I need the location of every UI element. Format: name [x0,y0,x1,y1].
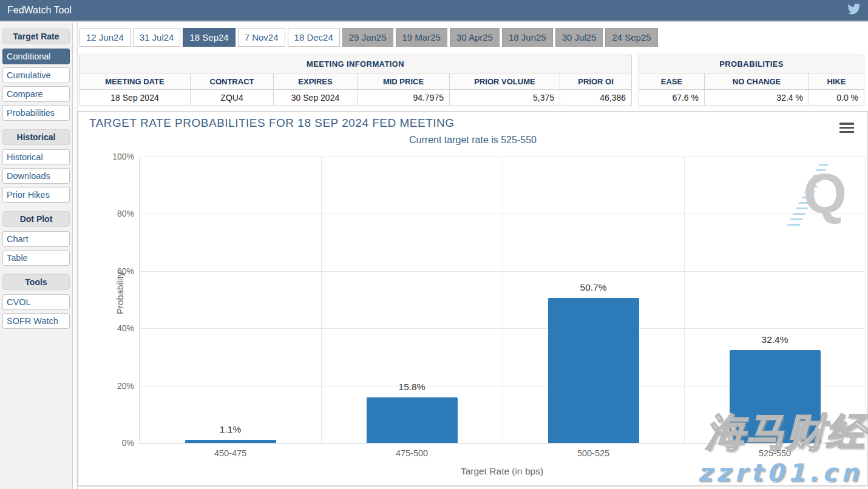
tab-31-jul24[interactable]: 31 Jul24 [133,28,181,47]
meeting-date-tabs: 12 Jun24 31 Jul24 18 Sep24 7 Nov24 18 De… [80,28,658,47]
ytick-20: 20% [117,381,134,391]
col-contract: CONTRACT [191,73,274,90]
tab-30-jul25[interactable]: 30 Jul25 [555,28,603,47]
chart-title: TARGET RATE PROBABILITIES FOR 18 SEP 202… [89,116,455,130]
col-meeting-date: MEETING DATE [80,73,191,90]
ytick-80: 80% [117,209,134,218]
tab-18-jun25[interactable]: 18 Jun25 [502,28,553,47]
q-logo-letter: Q [803,167,847,220]
sidebar-item-downloads[interactable]: Downloads [2,168,70,184]
sidebar: Target Rate Conditional Cumulative Compa… [0,23,73,489]
sidebar-section-tools: Tools [2,274,70,290]
col-mid-price: MID PRICE [358,73,450,90]
hamburger-menu-icon[interactable] [839,123,854,133]
sidebar-item-conditional[interactable]: Conditional [2,49,70,64]
ytick-40: 40% [117,323,134,333]
xtick-475-500: 475-500 [396,448,428,458]
col-no-change: NO CHANGE [705,73,809,90]
x-axis-title: Target Rate (in bps) [139,466,865,477]
no-change-value: 32.4 % [705,90,809,106]
col-expires: EXPIRES [274,73,358,90]
sidebar-section-target-rate: Target Rate [2,29,70,44]
xtick-450-475: 450-475 [214,448,246,458]
bar-475-500[interactable] [367,397,458,443]
tab-12-jun24[interactable]: 12 Jun24 [80,28,131,47]
sidebar-item-prior-hikes[interactable]: Prior Hikes [2,187,70,203]
tab-18-dec24[interactable]: 18 Dec24 [288,28,340,47]
ease-value: 67.6 % [639,90,705,106]
bar-label-525-550: 32.4% [745,334,805,345]
sidebar-item-probabilities[interactable]: Probabilities [2,105,70,121]
contract-value: ZQU4 [191,90,274,106]
sidebar-item-cumulative[interactable]: Cumulative [2,67,70,83]
sidebar-item-chart[interactable]: Chart [2,231,70,247]
quikstrike-q-logo: Q [786,164,847,228]
bar-450-475[interactable] [185,440,276,443]
col-hike: HIKE [809,73,864,90]
bar-slot-450-475: 1.1% 450-475 [140,157,321,443]
sidebar-item-historical[interactable]: Historical [2,149,70,165]
y-axis-title: Probability [115,272,125,314]
tab-19-mar25[interactable]: 19 Mar25 [396,28,447,47]
tab-24-sep25[interactable]: 24 Sep25 [605,28,657,47]
bar-500-525[interactable] [548,298,639,443]
target-rate-chart-panel: TARGET RATE PROBABILITIES FOR 18 SEP 202… [78,111,868,486]
sidebar-item-cvol[interactable]: CVOL [2,294,70,310]
ytick-0: 0% [122,438,134,448]
meeting-date-value: 18 Sep 2024 [80,90,191,106]
mid-price-value: 94.7975 [358,90,450,106]
bar-slot-475-500: 15.8% 475-500 [321,157,503,443]
tab-29-jan25[interactable]: 29 Jan25 [342,28,393,47]
col-prior-oi: PRIOR OI [560,73,632,90]
sidebar-item-table[interactable]: Table [2,250,70,266]
xtick-525-550: 525-550 [759,448,791,458]
ytick-100: 100% [112,152,134,161]
sidebar-item-compare[interactable]: Compare [2,86,70,102]
probabilities-table: PROBABILITIES EASE NO CHANGE HIKE 67.6 %… [639,55,864,106]
sidebar-gutter [73,23,78,489]
expires-value: 30 Sep 2024 [274,90,358,106]
plot-area: 100% 80% 60% 40% 20% 0% Probability 1.1%… [139,157,865,443]
app-title: FedWatch Tool [7,5,72,16]
sidebar-section-historical: Historical [2,129,70,145]
col-ease: EASE [639,73,705,90]
hike-value: 0.0 % [809,90,864,106]
col-prior-volume: PRIOR VOLUME [450,73,560,90]
bar-label-450-475: 1.1% [200,424,261,435]
tab-30-apr25[interactable]: 30 Apr25 [450,28,500,47]
meeting-information-table: MEETING INFORMATION MEETING DATE CONTRAC… [79,55,632,106]
sidebar-item-sofr-watch[interactable]: SOFR Watch [2,313,70,329]
xtick-500-525: 500-525 [577,448,609,458]
bar-label-500-525: 50.7% [563,282,624,293]
meeting-information-title: MEETING INFORMATION [80,55,632,73]
sidebar-section-dot-plot: Dot Plot [2,211,70,227]
prior-volume-value: 5,375 [450,90,560,106]
bar-slot-500-525: 50.7% 500-525 [503,157,684,443]
bar-525-550[interactable] [730,350,821,443]
twitter-icon[interactable] [847,4,861,17]
prior-oi-value: 46,386 [560,90,632,106]
chart-subtitle: Current target rate is 525-550 [78,135,867,146]
x-axis-line [140,443,865,443]
tab-18-sep24[interactable]: 18 Sep24 [183,28,235,47]
tab-7-nov24[interactable]: 7 Nov24 [238,28,285,47]
probabilities-title: PROBABILITIES [639,55,864,73]
app-header: FedWatch Tool [0,0,868,22]
bar-label-475-500: 15.8% [382,382,442,393]
